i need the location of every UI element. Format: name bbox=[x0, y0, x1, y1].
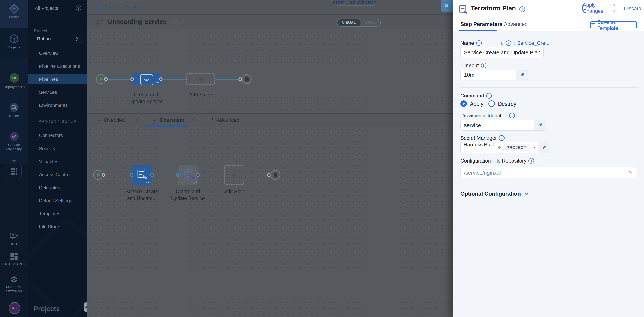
play-icon bbox=[100, 77, 104, 82]
chevron-right-icon bbox=[75, 37, 79, 41]
rail-item-home[interactable]: Home bbox=[0, 4, 28, 19]
nav-item-delegates[interactable]: Delegates bbox=[28, 182, 88, 193]
timeout-pin-button[interactable] bbox=[516, 70, 528, 80]
close-panel-button[interactable]: ✕ bbox=[440, 0, 452, 12]
info-icon[interactable]: i bbox=[528, 158, 534, 164]
edit-pencil-icon[interactable]: ✎ bbox=[628, 170, 633, 176]
apply-changes-button[interactable]: Apply Changes bbox=[582, 4, 615, 12]
nav-item-overview[interactable]: Overview bbox=[28, 48, 88, 58]
yaml-toggle-glyph[interactable]: </> bbox=[192, 181, 196, 184]
nav-item-services[interactable]: Services bbox=[28, 87, 88, 98]
rail-item-projects[interactable]: Projects bbox=[0, 34, 28, 50]
info-icon[interactable]: i bbox=[520, 6, 525, 12]
toggle-yaml[interactable]: YAML bbox=[360, 20, 380, 26]
edit-pencil-icon[interactable]: ✎ bbox=[181, 18, 186, 26]
toggle-visual[interactable]: VISUAL bbox=[337, 20, 360, 26]
nav-item-access-control[interactable]: Access Control bbox=[28, 170, 88, 180]
nav-item-environments[interactable]: Environments bbox=[28, 100, 88, 110]
step-id-link[interactable]: Service_Cre... bbox=[517, 40, 550, 46]
nav-collapse-button[interactable] bbox=[84, 302, 88, 312]
provisioner-pin-button[interactable] bbox=[534, 120, 546, 130]
secret-manager-select[interactable]: Harness Built-i... PROJECT bbox=[460, 142, 538, 153]
node-port[interactable] bbox=[150, 173, 154, 177]
node-port[interactable] bbox=[104, 78, 108, 81]
node-port[interactable] bbox=[176, 173, 179, 177]
nav-item-pipelines[interactable]: Pipelines bbox=[28, 74, 88, 84]
add-stage-button[interactable]: + bbox=[186, 73, 215, 85]
tab-execution[interactable]: ✓Execution bbox=[154, 117, 184, 123]
execution-end-node[interactable] bbox=[270, 170, 280, 180]
radio-destroy[interactable] bbox=[488, 100, 495, 107]
yaml-toggle-glyph[interactable]: </> bbox=[155, 81, 159, 84]
radio-destroy-label[interactable]: Destroy bbox=[498, 101, 516, 107]
add-step-button[interactable]: + bbox=[224, 165, 244, 185]
save-as-template-button[interactable]: Save as Template bbox=[590, 21, 637, 29]
rail-item-deployments[interactable]: ∞ Deployments bbox=[0, 72, 28, 89]
breadcrumb-projects[interactable]: Projects bbox=[103, 4, 119, 9]
all-projects-cube-icon[interactable] bbox=[75, 5, 82, 11]
status-dot bbox=[498, 146, 501, 149]
rail-item-account-settings[interactable]: ⚙ ACCOUNTSETTINGS bbox=[0, 275, 28, 294]
rail-item-dashboards[interactable]: DASHBOARDS bbox=[0, 252, 28, 266]
execution-canvas[interactable] bbox=[88, 127, 452, 317]
rail-item-builds[interactable]: Builds bbox=[0, 102, 28, 118]
nav-item-default-settings[interactable]: Default Settings bbox=[28, 196, 88, 206]
nav-item-variables[interactable]: Variables bbox=[28, 156, 88, 167]
all-projects-link[interactable]: All Projects bbox=[35, 6, 73, 11]
project-selector[interactable]: Rohan bbox=[34, 34, 82, 43]
info-icon[interactable]: i bbox=[509, 113, 515, 118]
rail-collapse-chevron-icon[interactable] bbox=[11, 160, 17, 162]
radio-apply[interactable] bbox=[460, 100, 467, 107]
nav-item-pipeline-executions[interactable]: Pipeline Executions bbox=[28, 61, 88, 72]
stage-node-create-update-service[interactable]: </> </> bbox=[132, 73, 161, 85]
node-port[interactable] bbox=[130, 173, 134, 177]
pipeline-title: Onboarding Service bbox=[108, 18, 166, 26]
info-icon[interactable]: i bbox=[486, 93, 492, 98]
step-node-terraform-apply[interactable]: </> bbox=[178, 165, 198, 185]
notes-icon[interactable] bbox=[172, 19, 178, 26]
pipeline-end-node[interactable] bbox=[242, 74, 252, 84]
rail-item-help[interactable]: ? HELP bbox=[0, 232, 28, 246]
node-port[interactable] bbox=[102, 173, 105, 177]
info-icon[interactable]: i bbox=[499, 135, 504, 141]
rail-label: ACCOUNTSETTINGS bbox=[0, 285, 28, 294]
name-input[interactable] bbox=[460, 47, 544, 58]
svg-text:?: ? bbox=[12, 234, 14, 237]
optional-configuration-toggle[interactable]: Optional Configuration bbox=[460, 190, 529, 197]
yaml-toggle-glyph[interactable]: </> bbox=[146, 181, 150, 184]
nav-item-secrets[interactable]: Secrets bbox=[28, 144, 88, 154]
secret-pin-button[interactable] bbox=[538, 142, 550, 153]
node-port[interactable] bbox=[130, 78, 134, 81]
step-config-panel: Terraform Plan i Apply Changes Discard S… bbox=[452, 0, 644, 317]
edge bbox=[200, 175, 224, 175]
radio-apply-label[interactable]: Apply bbox=[470, 101, 484, 107]
module-picker-button[interactable] bbox=[7, 165, 22, 178]
discard-button[interactable]: Discard bbox=[624, 6, 641, 12]
breadcrumb-pipelines[interactable]: Pipelines bbox=[125, 4, 143, 9]
tab-advanced[interactable]: Advanced bbox=[208, 117, 240, 123]
info-icon[interactable]: i bbox=[506, 40, 511, 46]
timeout-input[interactable] bbox=[460, 70, 516, 80]
tab-overview[interactable]: ✓Overview bbox=[98, 117, 126, 123]
dashboards-icon bbox=[10, 252, 18, 261]
config-repo-field[interactable]: /service/nginx.tf ✎ bbox=[460, 167, 637, 178]
terraform-plan-icon bbox=[136, 168, 148, 180]
rail-item-service-reliability[interactable]: ServiceReliability bbox=[0, 131, 28, 152]
advanced-gear-doc-icon bbox=[208, 117, 214, 123]
nav-item-templates[interactable]: Templates bbox=[28, 209, 88, 219]
info-icon[interactable]: i bbox=[481, 63, 486, 68]
breadcrumb-separator: › bbox=[121, 4, 123, 9]
step-node-terraform-plan[interactable]: </> bbox=[132, 165, 152, 185]
provisioner-input[interactable] bbox=[460, 120, 534, 130]
tab-step-parameters[interactable]: Step Parameters bbox=[460, 21, 502, 27]
pipeline-icon bbox=[96, 19, 105, 26]
node-port[interactable] bbox=[159, 78, 163, 81]
nav-item-connectors[interactable]: Connectors bbox=[28, 130, 88, 140]
info-icon[interactable]: i bbox=[476, 40, 482, 46]
nav-item-file-store[interactable]: File Store bbox=[28, 222, 88, 232]
node-port[interactable] bbox=[267, 173, 270, 177]
tab-advanced[interactable]: Advanced bbox=[504, 21, 528, 27]
node-port[interactable] bbox=[196, 173, 200, 177]
user-avatar[interactable]: RG bbox=[8, 302, 20, 314]
node-port[interactable] bbox=[238, 78, 242, 81]
